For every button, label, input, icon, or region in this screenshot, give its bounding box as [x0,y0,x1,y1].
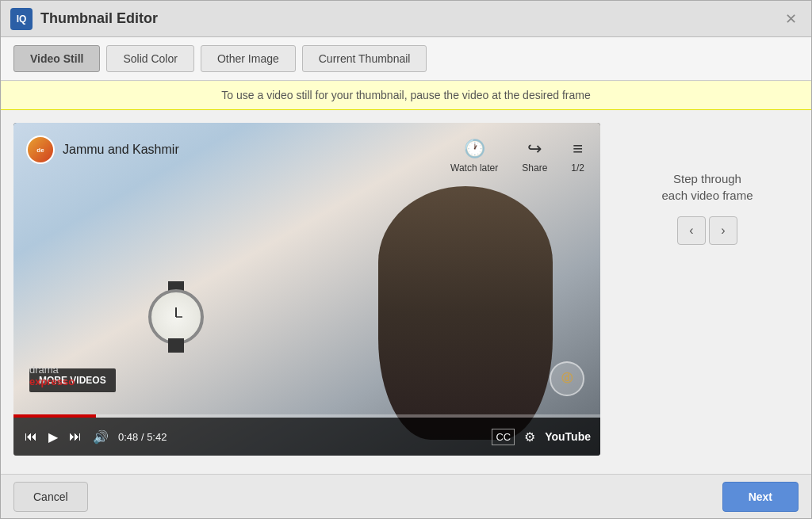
info-banner-text: To use a video still for your thumbnail,… [221,89,590,101]
video-frame: 🕐 Watch later ↪ Share ≡ 1/2 [13,123,600,456]
share-icon: ↪ [527,139,542,159]
next-button[interactable]: Next [722,482,799,512]
list-icon: ≡ [573,139,583,159]
watch [140,281,212,353]
person-silhouette [378,186,553,440]
title-bar-left: IQ Thumbnail Editor [10,8,158,30]
channel-badge-overlay: ⓓ [550,361,584,396]
drama-text: drama [29,364,59,376]
channel-badge-icon: ⓓ [561,372,573,386]
settings-button[interactable]: ⚙ [523,428,537,446]
volume-button[interactable]: 🔊 [91,428,110,446]
skip-back-button[interactable]: ⏮ [23,428,39,445]
title-bar: IQ Thumbnail Editor ✕ [1,1,811,37]
window-title: Thumbnail Editor [40,10,158,27]
page-label: 1/2 [571,162,584,174]
share-label: Share [522,162,547,174]
video-background: 🕐 Watch later ↪ Share ≡ 1/2 [13,123,600,456]
expresso-text: expresso [29,376,75,387]
video-title-bar: de Jammu and Kashmir [26,135,179,164]
tab-other-image[interactable]: Other Image [201,45,296,72]
prev-frame-button[interactable]: ‹ [677,216,706,245]
video-player[interactable]: 🕐 Watch later ↪ Share ≡ 1/2 [13,123,600,456]
youtube-logo: YouTube [545,430,591,443]
close-button[interactable]: ✕ [780,9,802,29]
watch-later-icon: 🕐 [464,139,485,159]
step-through-text: Step through each video frame [661,170,753,204]
tab-current-thumbnail[interactable]: Current Thumbnail [302,45,427,72]
app-icon: IQ [10,8,33,30]
right-panel: Step through each video frame ‹ › [616,123,799,245]
step-through-line1: Step through [673,172,741,185]
channel-logo: de [26,135,55,164]
cancel-button[interactable]: Cancel [13,482,88,512]
step-through-line2: each video frame [661,189,753,202]
frame-nav-buttons: ‹ › [677,216,737,245]
cc-button[interactable]: CC [492,429,515,445]
drama-watermark: drama expresso [29,364,75,387]
video-title: Jammu and Kashmir [63,143,179,157]
watch-later-button[interactable]: 🕐 Watch later [450,139,498,174]
main-content: 🕐 Watch later ↪ Share ≡ 1/2 [1,110,811,474]
video-overlay-top: 🕐 Watch later ↪ Share ≡ 1/2 [450,139,584,174]
play-button[interactable]: ▶ [47,428,59,446]
info-banner: To use a video still for your thumbnail,… [1,81,811,110]
watch-later-label: Watch later [450,162,498,174]
channel-logo-inner: de [28,137,53,162]
page-indicator: ≡ 1/2 [571,139,584,174]
watch-strap-bottom [168,338,184,353]
tab-video-still[interactable]: Video Still [13,45,100,72]
share-button[interactable]: ↪ Share [522,139,547,174]
tab-solid-color[interactable]: Solid Color [106,45,193,72]
channel-abbr: de [36,147,44,154]
skip-forward-button[interactable]: ⏭ [67,428,83,445]
footer: Cancel Next [1,474,811,518]
next-frame-button[interactable]: › [709,216,737,245]
watch-face [148,289,204,345]
video-controls: ⏮ ▶ ⏭ 🔊 0:48 / 5:42 CC ⚙ YouTube [13,418,600,456]
tabs-bar: Video Still Solid Color Other Image Curr… [1,37,811,81]
main-window: IQ Thumbnail Editor ✕ Video Still Solid … [0,0,812,519]
time-display: 0:48 / 5:42 [118,431,167,443]
